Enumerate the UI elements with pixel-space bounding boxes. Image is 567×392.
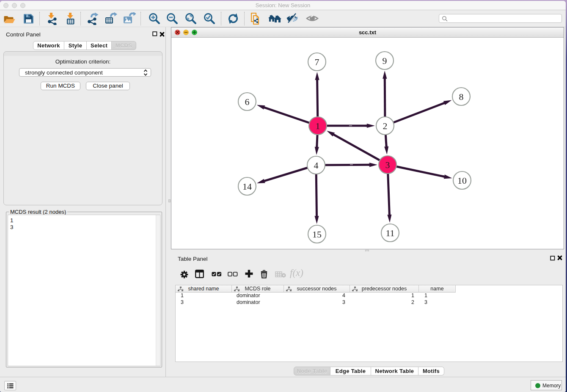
svg-text:10: 10: [457, 175, 467, 186]
svg-text:14: 14: [242, 181, 252, 192]
svg-text:1: 1: [316, 121, 320, 131]
svg-text:6: 6: [245, 97, 250, 107]
svg-text:11: 11: [385, 228, 394, 238]
svg-text:3: 3: [385, 160, 390, 170]
svg-text:15: 15: [312, 229, 322, 240]
svg-text:4: 4: [314, 160, 319, 171]
svg-text:9: 9: [383, 55, 387, 66]
svg-text:8: 8: [459, 91, 464, 102]
svg-text:2: 2: [383, 121, 388, 131]
svg-text:7: 7: [315, 57, 319, 67]
